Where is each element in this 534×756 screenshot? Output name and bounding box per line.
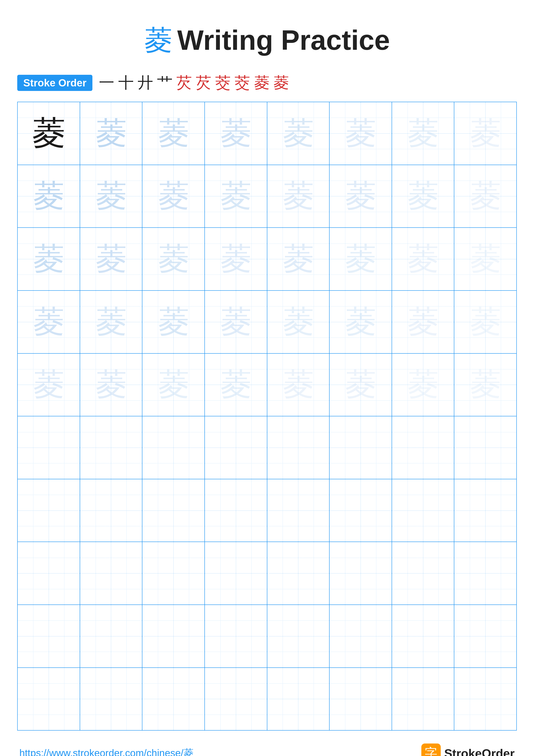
cell-8-4[interactable] xyxy=(205,542,267,605)
char-fade: 菱 xyxy=(220,364,251,406)
cell-8-3[interactable] xyxy=(142,542,205,605)
cell-6-5[interactable] xyxy=(267,417,330,479)
cell-4-3[interactable]: 菱 xyxy=(142,291,205,353)
cell-5-4[interactable]: 菱 xyxy=(205,354,267,416)
cell-7-7[interactable] xyxy=(392,479,454,542)
cell-3-8[interactable]: 菱 xyxy=(454,228,516,290)
cell-7-8[interactable] xyxy=(454,479,516,542)
cell-9-1[interactable] xyxy=(18,605,80,667)
char-fade: 菱 xyxy=(345,112,376,154)
cell-3-1[interactable]: 菱 xyxy=(18,228,80,290)
cell-1-4[interactable]: 菱 xyxy=(205,102,267,165)
cell-3-3[interactable]: 菱 xyxy=(142,228,205,290)
cell-5-1[interactable]: 菱 xyxy=(18,354,80,416)
cell-9-2[interactable] xyxy=(80,605,142,667)
cell-2-7[interactable]: 菱 xyxy=(392,165,454,228)
cell-7-4[interactable] xyxy=(205,479,267,542)
cell-7-5[interactable] xyxy=(267,479,330,542)
cell-3-5[interactable]: 菱 xyxy=(267,228,330,290)
cell-7-3[interactable] xyxy=(142,479,205,542)
cell-2-5[interactable]: 菱 xyxy=(267,165,330,228)
cell-10-1[interactable] xyxy=(18,668,80,730)
cell-6-3[interactable] xyxy=(142,417,205,479)
cell-1-2[interactable]: 菱 xyxy=(80,102,142,165)
cell-2-8[interactable]: 菱 xyxy=(454,165,516,228)
cell-4-7[interactable]: 菱 xyxy=(392,291,454,353)
cell-1-8[interactable]: 菱 xyxy=(454,102,516,165)
cell-10-7[interactable] xyxy=(392,668,454,730)
cell-8-6[interactable] xyxy=(330,542,392,605)
cell-3-2[interactable]: 菱 xyxy=(80,228,142,290)
cell-4-5[interactable]: 菱 xyxy=(267,291,330,353)
cell-8-2[interactable] xyxy=(80,542,142,605)
cell-1-3[interactable]: 菱 xyxy=(142,102,205,165)
cell-1-1[interactable]: 菱 xyxy=(18,102,80,165)
cell-7-6[interactable] xyxy=(330,479,392,542)
cell-6-8[interactable] xyxy=(454,417,516,479)
cell-6-1[interactable] xyxy=(18,417,80,479)
cell-2-3[interactable]: 菱 xyxy=(142,165,205,228)
brand-name: StrokeOrder xyxy=(444,746,515,756)
cell-5-2[interactable]: 菱 xyxy=(80,354,142,416)
cell-2-2[interactable]: 菱 xyxy=(80,165,142,228)
cell-10-5[interactable] xyxy=(267,668,330,730)
cell-2-1[interactable]: 菱 xyxy=(18,165,80,228)
cell-5-3[interactable]: 菱 xyxy=(142,354,205,416)
cell-2-6[interactable]: 菱 xyxy=(330,165,392,228)
cell-1-5[interactable]: 菱 xyxy=(267,102,330,165)
footer-url[interactable]: https://www.strokeorder.com/chinese/菱 xyxy=(19,746,193,756)
cell-5-7[interactable]: 菱 xyxy=(392,354,454,416)
cell-6-7[interactable] xyxy=(392,417,454,479)
cell-10-2[interactable] xyxy=(80,668,142,730)
cell-8-8[interactable] xyxy=(454,542,516,605)
cell-6-4[interactable] xyxy=(205,417,267,479)
cell-7-2[interactable] xyxy=(80,479,142,542)
cell-8-7[interactable] xyxy=(392,542,454,605)
char-fade: 菱 xyxy=(470,175,501,217)
char-fade: 菱 xyxy=(407,364,439,406)
cell-4-1[interactable]: 菱 xyxy=(18,291,80,353)
char-fade: 菱 xyxy=(33,364,64,406)
char-fade: 菱 xyxy=(345,364,376,406)
cell-1-7[interactable]: 菱 xyxy=(392,102,454,165)
cell-4-6[interactable]: 菱 xyxy=(330,291,392,353)
cell-3-4[interactable]: 菱 xyxy=(205,228,267,290)
cell-4-2[interactable]: 菱 xyxy=(80,291,142,353)
cell-5-6[interactable]: 菱 xyxy=(330,354,392,416)
cell-8-1[interactable] xyxy=(18,542,80,605)
cell-2-4[interactable]: 菱 xyxy=(205,165,267,228)
cell-9-5[interactable] xyxy=(267,605,330,667)
cell-4-8[interactable]: 菱 xyxy=(454,291,516,353)
footer: https://www.strokeorder.com/chinese/菱 字 … xyxy=(17,743,517,756)
cell-9-4[interactable] xyxy=(205,605,267,667)
cell-5-8[interactable]: 菱 xyxy=(454,354,516,416)
char-fade: 菱 xyxy=(158,238,189,280)
char-fade: 菱 xyxy=(158,301,189,343)
cell-8-5[interactable] xyxy=(267,542,330,605)
brand-icon: 字 xyxy=(421,743,441,756)
char-fade: 菱 xyxy=(33,238,64,280)
footer-brand: 字 StrokeOrder xyxy=(421,743,515,756)
cell-6-6[interactable] xyxy=(330,417,392,479)
cell-9-7[interactable] xyxy=(392,605,454,667)
cell-9-3[interactable] xyxy=(142,605,205,667)
cell-3-7[interactable]: 菱 xyxy=(392,228,454,290)
cell-1-6[interactable]: 菱 xyxy=(330,102,392,165)
stroke-2: 十 xyxy=(118,72,134,93)
cell-4-4[interactable]: 菱 xyxy=(205,291,267,353)
cell-6-2[interactable] xyxy=(80,417,142,479)
stroke-1: 一 xyxy=(99,72,114,93)
cell-5-5[interactable]: 菱 xyxy=(267,354,330,416)
cell-3-6[interactable]: 菱 xyxy=(330,228,392,290)
char-fade: 菱 xyxy=(283,301,314,343)
cell-9-8[interactable] xyxy=(454,605,516,667)
cell-10-6[interactable] xyxy=(330,668,392,730)
cell-10-3[interactable] xyxy=(142,668,205,730)
cell-9-6[interactable] xyxy=(330,605,392,667)
cell-10-8[interactable] xyxy=(454,668,516,730)
grid-row-10 xyxy=(18,668,516,730)
cell-10-4[interactable] xyxy=(205,668,267,730)
char-fade: 菱 xyxy=(158,112,189,154)
cell-7-1[interactable] xyxy=(18,479,80,542)
stroke-4: 艹 xyxy=(157,72,172,93)
